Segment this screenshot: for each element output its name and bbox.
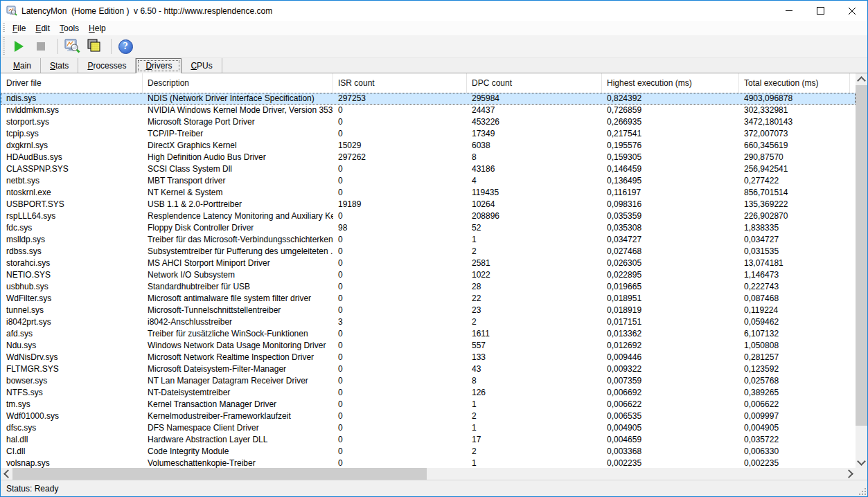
menu-item-edit[interactable]: Edit xyxy=(30,22,55,35)
table-row[interactable]: WdFilter.sysMicrosoft antimalware file s… xyxy=(1,293,856,305)
table-row[interactable]: CI.dllCode Integrity Module020,0033680,0… xyxy=(1,446,856,458)
table-row[interactable]: HDAudBus.sysHigh Definition Audio Bus Dr… xyxy=(1,152,856,163)
tab-stats[interactable]: Stats xyxy=(41,58,78,73)
cell-isr: 0 xyxy=(333,363,467,375)
cell-file: volsnap.sys xyxy=(1,458,143,468)
table-row[interactable]: storport.sysMicrosoft Storage Port Drive… xyxy=(1,116,856,128)
table-row[interactable]: Ndu.sysWindows Network Data Usage Monito… xyxy=(1,340,856,352)
table-row[interactable]: ndis.sysNDIS (Network Driver Interface S… xyxy=(1,93,856,105)
table-row[interactable]: i8042prt.sysi8042-Anschlusstreiber320,01… xyxy=(1,316,856,328)
menubar-gripper-handle[interactable] xyxy=(3,23,5,33)
tabbar: Main Stats Processes Drivers CPUs xyxy=(1,58,867,73)
menu-item-file[interactable]: File xyxy=(8,22,30,35)
table-row[interactable]: netbt.sysMBT Transport driver040,1364950… xyxy=(1,175,856,187)
resize-grip-handle[interactable] xyxy=(859,488,866,495)
table-row[interactable]: mslldp.sysTreiber für das Microsoft-Verb… xyxy=(1,234,856,246)
cell-file: hal.dll xyxy=(1,434,143,446)
toolbar-gripper-handle[interactable] xyxy=(3,37,5,55)
column-header-isr-count[interactable]: ISR count xyxy=(333,73,467,93)
table-row[interactable]: usbhub.sysStandardhubtreiber für USB0280… xyxy=(1,281,856,293)
tab-drivers[interactable]: Drivers xyxy=(136,58,181,73)
table-row[interactable]: afd.sysTreiber für zusätzliche WinSock-F… xyxy=(1,328,856,340)
table-row[interactable]: volsnap.sysVolumeschattenkopie-Treiber01… xyxy=(1,458,856,468)
minimize-button[interactable] xyxy=(774,1,805,21)
scroll-left-button[interactable] xyxy=(1,468,12,480)
cell-dpc: 6038 xyxy=(467,140,602,152)
cell-dpc: 557 xyxy=(467,340,602,352)
cell-isr: 0 xyxy=(333,128,467,140)
table-row[interactable]: tcpip.sysTCP/IP-Treiber0173490,217541372… xyxy=(1,128,856,140)
cell-dpc: 2581 xyxy=(467,257,602,269)
table-row[interactable]: bowser.sysNT Lan Manager Datagram Receiv… xyxy=(1,375,856,387)
cell-dpc: 295984 xyxy=(467,93,602,105)
table-row[interactable]: ntoskrnl.exeNT Kernel & System01194350,1… xyxy=(1,187,856,199)
table-row[interactable]: NETIO.SYSNetwork I/O Subsystem010220,022… xyxy=(1,269,856,281)
tab-processes[interactable]: Processes xyxy=(78,58,136,73)
table-row[interactable]: nvlddmkm.sysNVIDIA Windows Kernel Mode D… xyxy=(1,105,856,116)
help-button[interactable] xyxy=(116,37,135,55)
cell-total: 0,002235 xyxy=(739,458,850,468)
cell-isr: 0 xyxy=(333,340,467,352)
cell-isr: 0 xyxy=(333,293,467,305)
cell-isr: 0 xyxy=(333,446,467,458)
processes-window-button[interactable] xyxy=(85,37,104,55)
cell-isr: 15029 xyxy=(333,140,467,152)
table-row[interactable]: NTFS.sysNT-Dateisystemtreiber01260,00669… xyxy=(1,387,856,399)
stop-monitor-button[interactable] xyxy=(31,37,51,55)
menu-item-tools[interactable]: Tools xyxy=(55,22,84,35)
table-row[interactable]: FLTMGR.SYSMicrosoft Dateisystem-Filter-M… xyxy=(1,363,856,375)
cell-desc: Standardhubtreiber für USB xyxy=(143,281,333,293)
column-header-description[interactable]: Description xyxy=(143,73,333,93)
horizontal-scrollbar[interactable] xyxy=(1,468,856,480)
cell-total: 0,059462 xyxy=(739,316,850,328)
column-header-total-execution[interactable]: Total execution (ms) xyxy=(739,73,850,93)
table-row[interactable]: tm.sysKernel Transaction Manager Driver0… xyxy=(1,399,856,410)
titlebar[interactable]: LatencyMon (Home Edition ) v 6.50 - http… xyxy=(1,1,867,21)
table-row[interactable]: rspLLL64.sysResplendence Latency Monitor… xyxy=(1,210,856,222)
cell-highest: 0,035359 xyxy=(602,210,739,222)
table-row[interactable]: storahci.sysMS AHCI Storport Miniport Dr… xyxy=(1,257,856,269)
cell-file: WdNisDrv.sys xyxy=(1,352,143,363)
table-row[interactable]: fdc.sysFloppy Disk Controller Driver9852… xyxy=(1,222,856,234)
column-header-driver-file[interactable]: Driver file xyxy=(1,73,143,93)
start-monitor-button[interactable] xyxy=(9,37,28,55)
cell-total: 256,942541 xyxy=(739,163,850,175)
cell-desc: NDIS (Network Driver Interface Specifica… xyxy=(143,93,333,105)
menu-item-help[interactable]: Help xyxy=(84,22,111,35)
column-header-dpc-count[interactable]: DPC count xyxy=(467,73,602,93)
cell-isr: 0 xyxy=(333,210,467,222)
table-row[interactable]: tunnel.sysMicrosoft-Tunnelschnittstellen… xyxy=(1,305,856,316)
table-row[interactable]: dfsc.sysDFS Namespace Client Driver010,0… xyxy=(1,422,856,434)
horizontal-scrollbar-thumb[interactable] xyxy=(12,468,427,480)
cell-total: 135,369222 xyxy=(739,199,850,210)
cell-highest: 0,035308 xyxy=(602,222,739,234)
table-row[interactable]: dxgkrnl.sysDirectX Graphics Kernel150296… xyxy=(1,140,856,152)
scroll-up-button[interactable] xyxy=(856,73,867,85)
cell-file: ntoskrnl.exe xyxy=(1,187,143,199)
maximize-button[interactable] xyxy=(805,1,836,21)
vertical-scrollbar[interactable] xyxy=(856,73,867,468)
cell-highest: 0,006535 xyxy=(602,410,739,422)
close-button[interactable] xyxy=(836,1,867,21)
column-header-filler xyxy=(850,73,856,93)
table-row[interactable]: Wdf01000.sysKernelmodustreiber-Framework… xyxy=(1,410,856,422)
table-row[interactable]: USBPORT.SYSUSB 1.1 & 2.0-Porttreiber1918… xyxy=(1,199,856,210)
cell-highest: 0,217541 xyxy=(602,128,739,140)
table-row[interactable]: rdbss.sysSubsystemtreiber für Pufferung … xyxy=(1,246,856,257)
scroll-down-button[interactable] xyxy=(856,456,867,468)
cell-total: 0,222743 xyxy=(739,281,850,293)
help-icon xyxy=(118,39,133,54)
cell-isr: 297253 xyxy=(333,93,467,105)
cell-desc: Hardware Abstraction Layer DLL xyxy=(143,434,333,446)
table-row[interactable]: CLASSPNP.SYSSCSI Class System Dll0431860… xyxy=(1,163,856,175)
column-header-highest-execution[interactable]: Highest execution (ms) xyxy=(602,73,739,93)
tab-main[interactable]: Main xyxy=(3,58,41,73)
cell-desc: Kernel Transaction Manager Driver xyxy=(143,399,333,410)
table-row[interactable]: WdNisDrv.sysMicrosoft Network Realtime I… xyxy=(1,352,856,363)
system-analysis-button[interactable] xyxy=(62,37,82,55)
vertical-scrollbar-thumb[interactable] xyxy=(856,85,867,426)
table-row[interactable]: hal.dllHardware Abstraction Layer DLL017… xyxy=(1,434,856,446)
tab-cpus[interactable]: CPUs xyxy=(181,58,222,73)
scroll-right-button[interactable] xyxy=(844,468,856,480)
cell-isr: 0 xyxy=(333,116,467,128)
